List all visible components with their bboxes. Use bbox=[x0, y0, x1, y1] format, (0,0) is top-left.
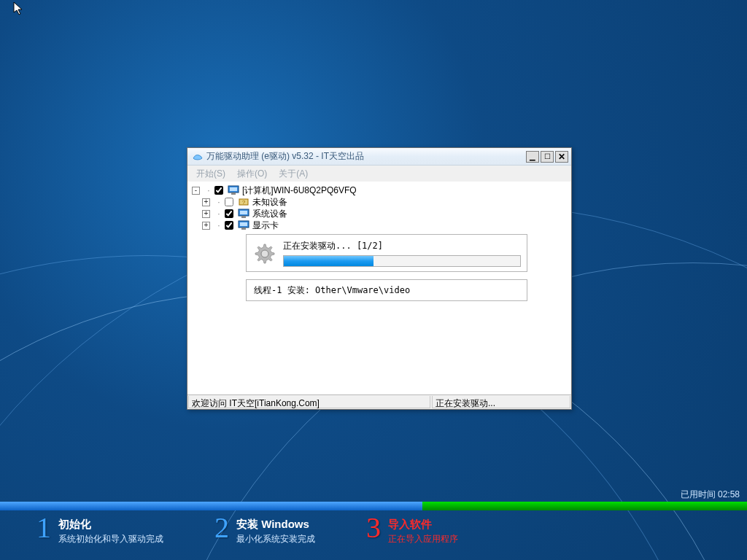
app-icon bbox=[192, 151, 204, 163]
tree-child-checkbox[interactable] bbox=[225, 221, 233, 230]
tree-child-checkbox[interactable] bbox=[225, 209, 233, 218]
tree-dotted-line: · bbox=[213, 220, 225, 230]
install-progress-bar bbox=[283, 255, 521, 267]
install-status-text: 正在安装驱动... [1/2] bbox=[283, 240, 521, 252]
svg-rect-10 bbox=[241, 228, 246, 230]
status-right: 正在安装驱动... bbox=[432, 396, 570, 408]
tree-dotted-line: · bbox=[203, 185, 214, 195]
step-title: 安装 Windows bbox=[236, 518, 315, 532]
tree-root-row[interactable]: - · [计算机]WIN-6U8Q2PQ6VFQ bbox=[192, 184, 567, 196]
svg-text:?: ? bbox=[242, 199, 246, 206]
close-button[interactable]: ✕ bbox=[555, 151, 568, 163]
elapsed-time: 已用时间 02:58 bbox=[681, 489, 740, 501]
computer-icon bbox=[228, 185, 239, 195]
menu-operate[interactable]: 操作(O) bbox=[231, 166, 273, 182]
thread-status-panel: 线程-1 安装: Other\Vmware\video bbox=[246, 279, 527, 301]
tree-child-label: 系统设备 bbox=[252, 208, 287, 220]
maximize-button[interactable]: ☐ bbox=[541, 151, 554, 163]
step-1: 1 初始化 系统初始化和导入驱动完成 bbox=[36, 515, 163, 545]
svg-rect-2 bbox=[231, 192, 236, 195]
window-title: 万能驱动助理 (e驱动) v5.32 - IT天空出品 bbox=[206, 150, 525, 163]
svg-point-11 bbox=[261, 250, 268, 257]
expand-toggle-icon[interactable]: - bbox=[192, 187, 200, 195]
step-number: 2 bbox=[214, 515, 229, 541]
tree-dotted-line: · bbox=[213, 209, 225, 219]
tree-child-label: 显示卡 bbox=[252, 219, 279, 232]
step-title: 初始化 bbox=[58, 518, 163, 532]
titlebar[interactable]: 万能驱动助理 (e驱动) v5.32 - IT天空出品 ▁ ☐ ✕ bbox=[187, 148, 571, 166]
tree-child-row[interactable]: + · ? 未知设备 bbox=[192, 196, 567, 208]
unknown-device-icon: ? bbox=[238, 197, 249, 207]
driver-installer-window: 万能驱动助理 (e驱动) v5.32 - IT天空出品 ▁ ☐ ✕ 开始(S) … bbox=[187, 147, 572, 410]
mouse-cursor-icon bbox=[13, 1, 23, 16]
minimize-button[interactable]: ▁ bbox=[526, 151, 539, 163]
overall-progress-bar bbox=[0, 502, 747, 510]
svg-rect-9 bbox=[240, 222, 247, 226]
tree-child-checkbox[interactable] bbox=[225, 198, 233, 206]
display-adapter-icon bbox=[238, 220, 249, 230]
statusbar: 欢迎访问 IT天空[iTianKong.Com] 正在安装驱动... bbox=[187, 394, 571, 409]
svg-rect-7 bbox=[241, 216, 246, 218]
step-number: 3 bbox=[366, 515, 381, 541]
tree-child-row[interactable]: + · 系统设备 bbox=[192, 208, 567, 219]
device-tree: - · [计算机]WIN-6U8Q2PQ6VFQ + · ? 未知设备 + · … bbox=[187, 182, 571, 228]
step-2: 2 安装 Windows 最小化系统安装完成 bbox=[214, 515, 315, 545]
system-device-icon bbox=[238, 209, 249, 219]
step-3: 3 导入软件 正在导入应用程序 bbox=[366, 515, 458, 545]
tree-root-checkbox[interactable] bbox=[214, 186, 223, 195]
tree-root-label: [计算机]WIN-6U8Q2PQ6VFQ bbox=[242, 184, 357, 197]
status-left: 欢迎访问 IT天空[iTianKong.Com] bbox=[188, 396, 430, 408]
install-progress-panel: 正在安装驱动... [1/2] bbox=[246, 234, 527, 272]
tree-child-row[interactable]: + · 显示卡 bbox=[192, 219, 567, 231]
step-subtitle: 最小化系统安装完成 bbox=[236, 533, 315, 545]
gear-icon bbox=[252, 241, 276, 265]
step-subtitle: 正在导入应用程序 bbox=[388, 533, 458, 545]
expand-toggle-icon[interactable]: + bbox=[202, 198, 210, 206]
expand-toggle-icon[interactable]: + bbox=[202, 210, 210, 218]
tree-dotted-line: · bbox=[213, 197, 225, 207]
svg-rect-1 bbox=[230, 187, 237, 191]
step-subtitle: 系统初始化和导入驱动完成 bbox=[58, 533, 163, 545]
menu-about[interactable]: 关于(A) bbox=[273, 166, 314, 182]
expand-toggle-icon[interactable]: + bbox=[202, 222, 210, 230]
step-number: 1 bbox=[36, 515, 51, 541]
menubar: 开始(S) 操作(O) 关于(A) bbox=[187, 166, 571, 182]
tree-child-label: 未知设备 bbox=[252, 196, 287, 209]
menu-start[interactable]: 开始(S) bbox=[190, 166, 231, 182]
thread-status-text: 线程-1 安装: Other\Vmware\video bbox=[254, 284, 410, 297]
install-steps: 1 初始化 系统初始化和导入驱动完成 2 安装 Windows 最小化系统安装完… bbox=[36, 515, 458, 545]
svg-rect-6 bbox=[240, 211, 247, 214]
step-title: 导入软件 bbox=[388, 518, 458, 532]
